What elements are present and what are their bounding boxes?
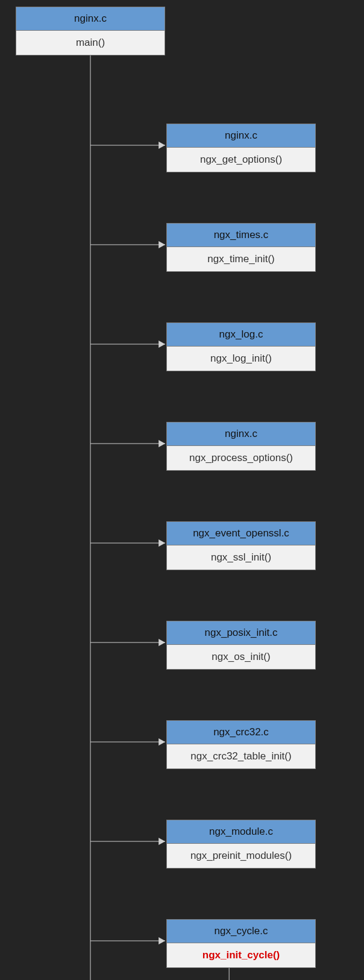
child-node: ngx_crc32.cngx_crc32_table_init() [166, 720, 316, 769]
svg-marker-12 [158, 639, 165, 646]
child-node: ngx_posix_init.cngx_os_init() [166, 621, 316, 670]
child-func-label: ngx_preinit_modules() [167, 844, 315, 868]
child-func-label: ngx_os_init() [167, 645, 315, 669]
svg-marker-4 [158, 241, 165, 248]
child-file-label: ngx_crc32.c [167, 721, 315, 744]
child-node: ngx_cycle.cngx_init_cycle() [166, 919, 316, 968]
child-node: nginx.cngx_get_options() [166, 124, 316, 172]
root-node: nginx.c main() [16, 7, 165, 55]
child-file-label: ngx_posix_init.c [167, 621, 315, 645]
svg-marker-16 [158, 838, 165, 845]
svg-marker-18 [158, 937, 165, 944]
child-func-label: ngx_process_options() [167, 446, 315, 470]
child-node: ngx_event_openssl.cngx_ssl_init() [166, 521, 316, 570]
child-func-label: ngx_ssl_init() [167, 545, 315, 570]
child-file-label: nginx.c [167, 422, 315, 446]
child-func-label: ngx_log_init() [167, 347, 315, 371]
svg-marker-10 [158, 539, 165, 547]
child-func-label: ngx_get_options() [167, 148, 315, 172]
root-file-label: nginx.c [16, 7, 165, 31]
child-node: ngx_log.cngx_log_init() [166, 322, 316, 371]
child-node: ngx_times.cngx_time_init() [166, 223, 316, 272]
child-file-label: ngx_log.c [167, 323, 315, 347]
child-func-label: ngx_time_init() [167, 247, 315, 271]
svg-marker-2 [158, 142, 165, 149]
root-func-label: main() [16, 31, 165, 55]
child-file-label: ngx_cycle.c [167, 920, 315, 943]
svg-marker-14 [158, 738, 165, 746]
child-node: ngx_module.cngx_preinit_modules() [166, 820, 316, 868]
child-func-label: ngx_init_cycle() [167, 943, 315, 967]
child-func-label: ngx_crc32_table_init() [167, 744, 315, 768]
child-file-label: ngx_event_openssl.c [167, 522, 315, 545]
svg-marker-6 [158, 341, 165, 348]
child-file-label: ngx_module.c [167, 820, 315, 844]
child-node: nginx.cngx_process_options() [166, 422, 316, 471]
svg-marker-8 [158, 440, 165, 447]
child-file-label: ngx_times.c [167, 224, 315, 247]
child-file-label: nginx.c [167, 124, 315, 148]
